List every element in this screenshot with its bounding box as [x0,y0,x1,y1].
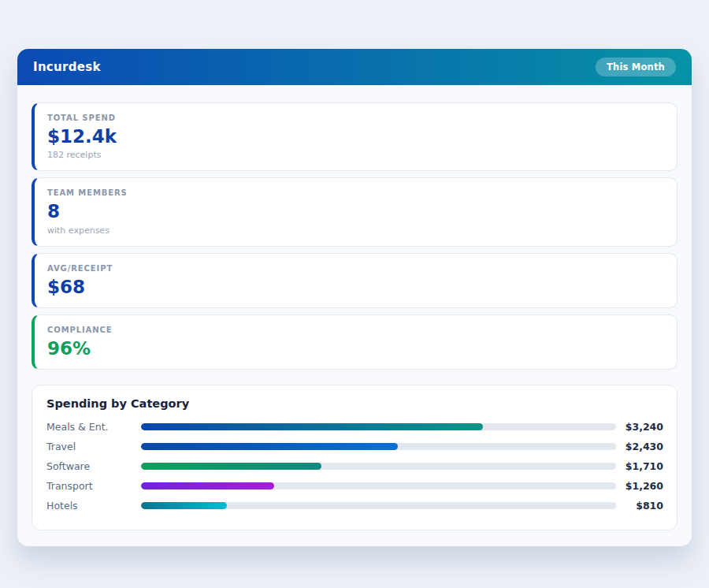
stat-label: COMPLIANCE [47,326,664,334]
stat-value: 96% [47,339,664,359]
spend-row-meals: Meals & Ent. $3,240 [46,417,663,437]
spending-card-title: Spending by Category [46,397,663,410]
category-label: Hotels [46,500,141,512]
stat-subtitle: 182 receipts [47,150,664,160]
stat-subtitle: with expenses [47,225,664,236]
dashboard-window: Incurdesk This Month TOTAL SPEND $12.4k … [17,49,692,546]
bar-fill-software [141,463,321,470]
category-label: Travel [46,441,141,452]
bar-fill-transport [141,482,274,489]
spend-row-transport: Transport $1,260 [46,476,663,496]
spending-by-category-card: Spending by Category Meals & Ent. $3,240… [32,385,677,530]
bar-track [141,463,616,470]
stat-value: 8 [47,202,664,221]
category-value: $1,260 [616,480,663,492]
bar-fill-travel [141,443,398,450]
stat-value: $68 [47,277,664,297]
category-label: Software [46,460,141,472]
category-label: Meals & Ent. [46,421,141,433]
period-badge[interactable]: This Month [596,58,676,76]
dashboard-content: TOTAL SPEND $12.4k 182 receipts TEAM MEM… [17,85,692,546]
app-header: Incurdesk This Month [17,49,692,85]
category-value: $3,240 [616,421,663,433]
bar-fill-hotels [141,502,227,509]
bar-track [141,502,616,509]
category-label: Transport [46,480,141,492]
bar-track [141,423,616,430]
app-title: Incurdesk [33,60,101,74]
bar-track [141,443,616,450]
bar-fill-meals [141,423,483,430]
spend-row-hotels: Hotels $810 [46,496,663,515]
category-value: $1,710 [616,460,663,472]
stat-card-compliance: COMPLIANCE 96% [32,314,677,370]
spend-row-travel: Travel $2,430 [46,437,663,456]
stat-card-total-spend: TOTAL SPEND $12.4k 182 receipts [32,102,677,171]
stat-label: AVG/RECEIPT [47,264,664,273]
stat-card-avg-receipt: AVG/RECEIPT $68 [32,253,677,308]
stat-label: TEAM MEMBERS [47,188,664,197]
stat-value: $12.4k [47,127,664,147]
bar-track [141,482,616,489]
category-value: $810 [616,500,663,512]
spend-row-software: Software $1,710 [46,456,663,476]
stat-label: TOTAL SPEND [47,114,664,122]
category-value: $2,430 [616,441,663,452]
stat-card-team-members: TEAM MEMBERS 8 with expenses [32,177,677,246]
